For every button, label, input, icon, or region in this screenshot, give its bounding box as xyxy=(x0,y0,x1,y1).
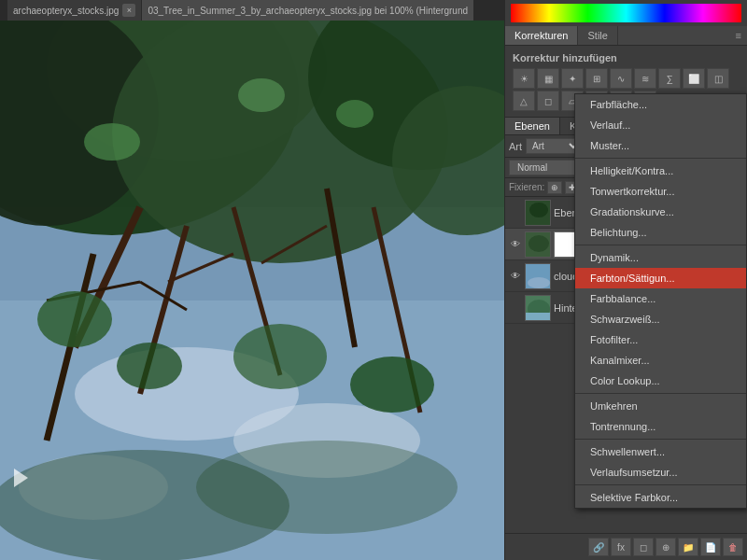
btn-new[interactable]: 📄 xyxy=(700,538,721,556)
separator-4 xyxy=(575,439,746,440)
menu-schwellenwert[interactable]: Schwellenwert... xyxy=(575,441,746,462)
menu-belichtung[interactable]: Belichtung... xyxy=(575,222,746,243)
layer-eye-3[interactable]: 👁 xyxy=(509,270,522,283)
korrekturen-label: Korrekturen xyxy=(514,30,568,41)
window-bar: archaeopteryx_stocks.jpg × 03_Tree_in_Su… xyxy=(0,0,504,21)
menu-farbbalance[interactable]: Farbbalance... xyxy=(575,288,746,309)
menu-selektiv[interactable]: Selektive Farbkor... xyxy=(575,487,746,508)
color-bar xyxy=(511,4,741,22)
btn-adjustment[interactable]: ⊕ xyxy=(655,538,676,556)
menu-tontrennung[interactable]: Tontrennung... xyxy=(575,416,746,437)
separator-5 xyxy=(575,484,746,485)
tab-stile[interactable]: Stile xyxy=(578,26,617,45)
icon-sun[interactable]: ☀ xyxy=(513,68,535,89)
icon-photofilter[interactable]: ◫ xyxy=(707,68,729,89)
icon-hue[interactable]: ≋ xyxy=(634,68,656,89)
layer-thumbnail-2 xyxy=(525,231,551,258)
svg-point-26 xyxy=(84,123,140,161)
icon-invert[interactable]: ◻ xyxy=(537,91,559,111)
menu-verlaufsumset[interactable]: Verlaufsumsetzur... xyxy=(575,462,746,483)
icon-vibrance[interactable]: ∿ xyxy=(610,68,632,89)
btn-mask[interactable]: ◻ xyxy=(633,538,654,556)
svg-point-27 xyxy=(238,78,285,112)
tab-label-2: 03_Tree_in_Summer_3_by_archaeopteryx_sto… xyxy=(148,6,468,16)
menu-kanalmixer[interactable]: Kanalmixer... xyxy=(575,350,746,371)
separator-1 xyxy=(575,158,746,159)
panel-dropdown[interactable]: ≡ xyxy=(730,28,747,43)
btn-fx[interactable]: fx xyxy=(611,538,631,556)
svg-point-22 xyxy=(37,291,112,347)
menu-helligkeit[interactable]: Helligkeit/Kontra... xyxy=(575,161,746,181)
section-title: Korrektur hinzufügen xyxy=(509,49,743,66)
context-menu: Farbfläche... Verlauf... Muster... Helli… xyxy=(574,93,747,509)
svg-point-25 xyxy=(350,357,434,413)
main-container: archaeopteryx_stocks.jpg × 03_Tree_in_Su… xyxy=(0,0,747,560)
tab-korrekturen[interactable]: Korrekturen xyxy=(505,26,578,45)
icon-exposure[interactable]: ⊞ xyxy=(585,68,608,89)
panel-bottom: 🔗 fx ◻ ⊕ 📁 📄 🗑 xyxy=(505,533,747,560)
search-label: Art xyxy=(509,141,522,152)
right-panel: Korrekturen Stile ≡ Korrektur hinzufügen… xyxy=(504,0,747,560)
svg-point-37 xyxy=(528,277,550,288)
icon-colorbalance[interactable]: ∑ xyxy=(658,68,681,89)
svg-point-33 xyxy=(529,203,548,217)
layer-thumbnail-3 xyxy=(525,263,551,289)
menu-tonwert[interactable]: Tonwertkorrektur... xyxy=(575,181,746,202)
svg-point-35 xyxy=(529,235,549,252)
menu-farbton[interactable]: Farbton/Sättigun... xyxy=(575,268,746,288)
btn-delete[interactable]: 🗑 xyxy=(723,538,743,556)
tab-archaeopteryx[interactable]: archaeopteryx_stocks.jpg × xyxy=(7,0,142,21)
menu-schwarzweiss[interactable]: Schwarzweiß... xyxy=(575,309,746,329)
canvas-area: archaeopteryx_stocks.jpg × 03_Tree_in_Su… xyxy=(0,0,504,560)
menu-gradation[interactable]: Gradationskurve... xyxy=(575,202,746,222)
fix-icon-move[interactable]: ⊕ xyxy=(547,181,562,194)
icon-bw[interactable]: ⬜ xyxy=(683,68,705,89)
separator-2 xyxy=(575,245,746,245)
top-tabs-row: Korrekturen Stile ≡ xyxy=(505,26,747,46)
menu-colorlookup[interactable]: Color Lookup... xyxy=(575,371,746,391)
tree-svg xyxy=(0,21,504,560)
layer-thumbnail-4 xyxy=(525,295,551,321)
canvas-image xyxy=(0,21,504,560)
menu-muster[interactable]: Muster... xyxy=(575,135,746,156)
menu-fotofilter[interactable]: Fotofilter... xyxy=(575,329,746,350)
layer-thumbnail-1 xyxy=(525,200,551,226)
tab-close-1[interactable]: × xyxy=(122,4,135,17)
layer-eye-2[interactable]: 👁 xyxy=(509,238,522,251)
menu-dynamik[interactable]: Dynamik... xyxy=(575,247,746,268)
tab-label-1: archaeopteryx_stocks.jpg xyxy=(13,6,119,16)
svg-point-24 xyxy=(233,324,327,389)
svg-point-28 xyxy=(336,100,374,128)
svg-rect-40 xyxy=(526,313,551,321)
svg-point-30 xyxy=(196,441,458,534)
menu-verlauf[interactable]: Verlauf... xyxy=(575,115,746,135)
menu-farbflaeche[interactable]: Farbfläche... xyxy=(575,94,746,115)
svg-point-23 xyxy=(117,343,182,389)
menu-umkehren[interactable]: Umkehren xyxy=(575,396,746,416)
icon-channelmixer[interactable]: △ xyxy=(513,91,535,111)
btn-link[interactable]: 🔗 xyxy=(588,538,609,556)
fixieren-label: Fixieren: xyxy=(509,182,544,192)
icon-levels[interactable]: ▦ xyxy=(537,68,559,89)
stile-label: Stile xyxy=(587,30,607,41)
tab-tree[interactable]: 03_Tree_in_Summer_3_by_archaeopteryx_sto… xyxy=(142,0,474,21)
icon-curves[interactable]: ✦ xyxy=(561,68,584,89)
btn-group[interactable]: 📁 xyxy=(678,538,698,556)
separator-3 xyxy=(575,393,746,394)
tab-ebenen[interactable]: Ebenen xyxy=(505,118,560,134)
